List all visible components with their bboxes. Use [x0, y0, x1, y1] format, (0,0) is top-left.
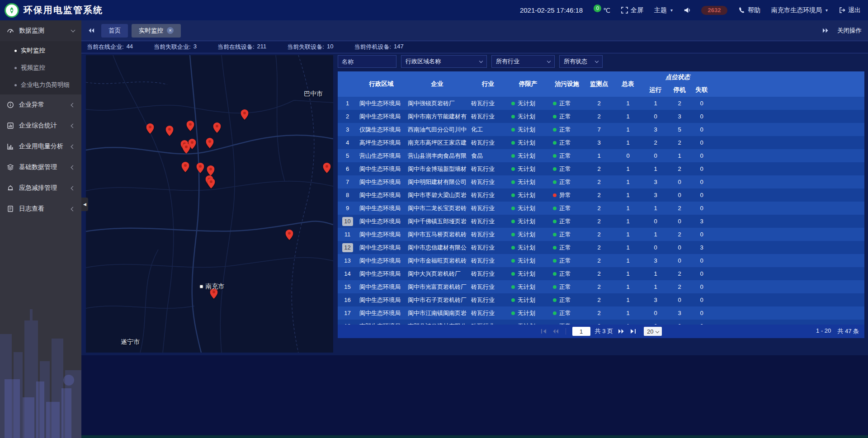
stopped-count-cell: 3: [668, 320, 691, 325]
close-tab-icon[interactable]: ×: [167, 27, 174, 34]
theme-menu[interactable]: 主题 ▾: [654, 6, 673, 14]
stats-bar: 当前在线企业:44当前失联企业:3当前在线设备:211当前失联设备:10当前停机…: [81, 41, 868, 53]
logout-button[interactable]: 退出: [839, 6, 861, 14]
sidebar-group-basic-data-management[interactable]: 基础数据管理: [0, 157, 81, 178]
table-row[interactable]: 16阆中生态环境局阆中市石子页岩机砖厂砖瓦行业无计划正常21300: [338, 293, 864, 306]
table-row[interactable]: 3仪陇生态环境局西南油气田分公司川中化工无计划正常71350: [338, 123, 864, 136]
limit-production-cell: 无计划: [507, 241, 549, 254]
table-row[interactable]: 8阆中生态环境局阆中市枣碧大梁山页岩砖瓦行业无计划异常21300: [338, 188, 864, 202]
status-dot-green: [511, 259, 515, 263]
table-row[interactable]: 5营山生态环境局营山县润丰肉食品有限食品无计划正常10010: [338, 149, 864, 162]
company-cell: 阆中千佛镇五郎垭页岩: [406, 215, 469, 228]
running-count-cell: 0: [643, 215, 668, 228]
status-dot-green: [553, 154, 557, 158]
tabs-scroll-left-button[interactable]: [88, 28, 95, 33]
sidebar-group-emergency-reduction[interactable]: 应急减排管理: [0, 178, 81, 198]
industry-filter-value: 所有行业: [496, 57, 519, 66]
industry-cell: 砖瓦行业: [469, 202, 507, 215]
tab-home[interactable]: 首页: [101, 24, 128, 38]
sidebar-item-power-load-detail[interactable]: 企业电力负荷明细: [0, 76, 81, 94]
sidebar-group-enterprise-statistics[interactable]: 企业综合统计: [0, 115, 81, 136]
region-cell: 阆中生态环境局: [357, 254, 406, 267]
total-pages-label: 共 3 页: [595, 327, 613, 335]
page-size-select[interactable]: 20: [644, 327, 662, 336]
map-pin[interactable]: [323, 163, 330, 173]
monitor-points-cell: 2: [585, 228, 613, 241]
region-cell: 阆中生态环境局: [357, 228, 406, 241]
tabs-scroll-right-button[interactable]: [822, 28, 829, 33]
region-cell: 阆中生态环境局: [357, 306, 406, 320]
table-row[interactable]: 10阆中生态环境局阆中千佛镇五郎垭页岩砖瓦行业无计划正常21003: [338, 215, 864, 228]
sidebar-item-realtime-monitoring[interactable]: 实时监控: [0, 42, 81, 59]
status-dot-green: [511, 272, 515, 276]
tab-label: 实时监控: [139, 27, 163, 35]
status-dot-green: [511, 180, 515, 184]
map-pin[interactable]: [213, 122, 221, 133]
map-pin[interactable]: [187, 121, 194, 131]
alarm-count-badge[interactable]: 2632: [701, 6, 727, 15]
table-row[interactable]: 12阆中生态环境局阆中市忠信建材有限公砖瓦行业无计划正常21003: [338, 241, 864, 254]
map-pin[interactable]: [183, 143, 190, 154]
industry-cell: 砖瓦行业: [469, 110, 507, 123]
industry-cell: 化工: [469, 123, 507, 136]
last-page-button[interactable]: [629, 329, 637, 334]
map-pin[interactable]: [286, 230, 293, 240]
map-pin[interactable]: [146, 123, 154, 134]
table-row[interactable]: 14阆中生态环境局阆中大兴页岩机砖厂砖瓦行业无计划正常21120: [338, 267, 864, 280]
sidebar-group-power-usage-analysis[interactable]: 企业用电量分析: [0, 136, 81, 157]
region-filter-select[interactable]: 行政区域名称: [401, 55, 487, 68]
company-cell: 阆中市南方节能建材有: [406, 110, 469, 123]
table-row[interactable]: 17阆中生态环境局阆中市江南镇阆南页岩砖瓦行业无计划正常21030: [338, 306, 864, 320]
temperature-unit: ℃: [603, 7, 610, 14]
table-row[interactable]: 7阆中生态环境局阆中明阳建材有限公司砖瓦行业无计划正常21300: [338, 175, 864, 188]
sidebar-group-data-monitoring[interactable]: 数据监测: [0, 20, 81, 41]
name-filter-input[interactable]: [338, 55, 396, 68]
status-filter-select[interactable]: 所有状态: [559, 55, 603, 68]
prev-page-button[interactable]: [552, 329, 559, 334]
map-panel[interactable]: 巴中市南充市遂宁市: [86, 55, 333, 353]
sidebar-group-log-view[interactable]: 日志查看: [0, 198, 81, 219]
table-row[interactable]: 18南部生态环境局南部县鸿发建材有限公砖瓦行业无计划正常21030: [338, 320, 864, 325]
map-collapse-button[interactable]: ◀: [81, 198, 88, 211]
table-row[interactable]: 15阆中生态环境局阆中市光富页岩机砖厂砖瓦行业无计划正常21120: [338, 280, 864, 293]
table-row[interactable]: 2阆中生态环境局阆中市南方节能建材有砖瓦行业无计划正常21030: [338, 110, 864, 123]
page-number-input[interactable]: [572, 327, 590, 336]
status-dot-green: [553, 128, 557, 132]
map-pin[interactable]: [241, 109, 249, 120]
sidebar-item-video-monitoring[interactable]: 视频监控: [0, 59, 81, 76]
fullscreen-button[interactable]: 全屏: [621, 6, 643, 14]
industry-cell: 砖瓦行业: [469, 215, 507, 228]
industry-cell: 砖瓦行业: [469, 136, 507, 149]
map-pin[interactable]: [207, 178, 215, 188]
column-header-points: 监测点: [585, 71, 613, 97]
table-row[interactable]: 11阆中生态环境局阆中市五马桥页岩机砖砖瓦行业无计划正常21120: [338, 228, 864, 241]
map-pin[interactable]: [207, 165, 215, 176]
industry-filter-select[interactable]: 所有行业: [491, 55, 555, 68]
offline-count-cell: 0: [691, 123, 712, 136]
table-row[interactable]: 9阆中生态环境局阆中市二龙长宝页岩砖砖瓦行业无计划正常21120: [338, 202, 864, 215]
sidebar-group-enterprise-abnormal[interactable]: 企业异常: [0, 94, 81, 115]
map-pin[interactable]: [206, 138, 214, 148]
announcement-icon[interactable]: [684, 7, 690, 14]
table-row[interactable]: 6阆中生态环境局阆中市金博瑞新型墙材砖瓦行业无计划正常21120: [338, 162, 864, 175]
pollution-facility-cell: 正常: [549, 241, 585, 254]
map-pin[interactable]: [181, 162, 189, 172]
company-cell: 阆中市金博瑞新型墙材: [406, 162, 469, 175]
status-dot-green: [511, 128, 515, 132]
table-row[interactable]: 4高坪生态环境局南充市高坪区王家店建砖瓦行业无计划正常31220: [338, 136, 864, 149]
help-button[interactable]: 帮助: [738, 6, 760, 14]
table-row[interactable]: 1阆中生态环境局阆中强锐页岩砖厂砖瓦行业无计划正常21120: [338, 97, 864, 110]
map-pin[interactable]: [197, 163, 204, 173]
column-header-industry: 行业: [469, 71, 507, 97]
tab-realtime-monitoring[interactable]: 实时监控×: [132, 24, 181, 38]
first-page-button[interactable]: [540, 329, 547, 334]
industry-cell: 砖瓦行业: [469, 320, 507, 325]
next-page-button[interactable]: [618, 329, 625, 334]
stat-label: 当前失联设备:: [287, 43, 324, 51]
table-row[interactable]: 13阆中生态环境局阆中市金福旺页岩机砖砖瓦行业无计划正常21300: [338, 254, 864, 267]
organization-menu[interactable]: 南充市生态环境局 ▾: [771, 6, 828, 14]
chevron-left-icon: [71, 123, 75, 128]
close-operations-button[interactable]: 关闭操作: [837, 27, 862, 35]
sidebar-item-label: 视频监控: [21, 64, 45, 72]
map-pin[interactable]: [166, 126, 174, 136]
